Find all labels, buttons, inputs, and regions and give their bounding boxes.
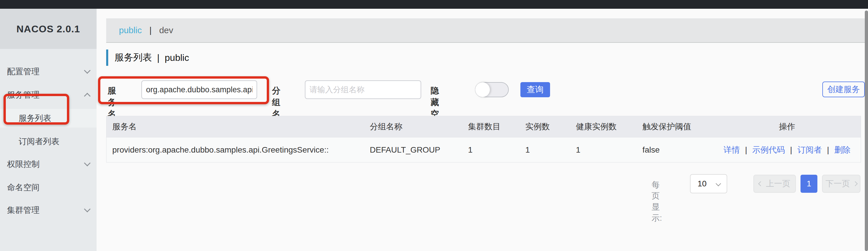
col-header-operations: 操作 [713, 121, 861, 132]
cell-service-name: providers:org.apache.dubbo.samples.api.G… [106, 145, 364, 155]
query-button[interactable]: 查询 [520, 82, 550, 97]
col-header-cluster-count: 集群数目 [462, 121, 520, 132]
group-name-input[interactable] [305, 80, 421, 99]
sidebar-item-label: 配置管理 [0, 66, 39, 77]
chevron-down-icon [84, 206, 91, 213]
top-bar [0, 0, 868, 9]
sidebar: NACOS 2.0.1 配置管理 服务管理 服务列表 订阅者列表 权限控制 [0, 9, 97, 251]
sidebar-item-label: 命名空间 [0, 182, 39, 193]
nacos-console: NACOS 2.0.1 配置管理 服务管理 服务列表 订阅者列表 权限控制 [0, 0, 868, 251]
sidebar-item-label: 服务列表 [0, 113, 51, 124]
sidebar-item-service-list[interactable]: 服务列表 [0, 109, 97, 128]
sidebar-item-subscriber-list[interactable]: 订阅者列表 [0, 132, 97, 151]
col-header-service-name: 服务名 [106, 121, 364, 132]
namespace-bar: public | dev [106, 18, 865, 43]
create-service-button[interactable]: 创建服务 [822, 82, 865, 97]
sidebar-item-label: 权限控制 [0, 159, 39, 170]
cell-cluster-count: 1 [462, 145, 520, 155]
sidebar-item-config-management[interactable]: 配置管理 [0, 62, 97, 81]
prev-page-button[interactable]: 上一页 [753, 175, 796, 193]
sidebar-item-permission-control[interactable]: 权限控制 [0, 155, 97, 173]
chevron-down-icon [84, 160, 91, 167]
next-page-label: 下一页 [826, 178, 850, 189]
col-header-protect-threshold: 触发保护阈值 [637, 121, 714, 132]
chevron-left-icon [758, 182, 763, 186]
cell-protect-threshold: false [637, 145, 714, 155]
table-header-row: 服务名 分组名称 集群数目 实例数 健康实例数 触发保护阈值 操作 [106, 116, 861, 137]
page-title-row: 服务列表 | public [106, 50, 189, 66]
cell-group-name: DEFAULT_GROUP [364, 145, 462, 155]
title-separator: | [157, 52, 159, 63]
col-header-instance-count: 实例数 [520, 121, 570, 132]
page-size-value: 10 [698, 179, 707, 188]
page-size-label: 每页显示: [652, 179, 662, 224]
sidebar-item-cluster-management[interactable]: 集群管理 [0, 201, 97, 220]
namespace-tab-public[interactable]: public [119, 25, 142, 35]
operation-separator: | [827, 145, 829, 154]
sidebar-header: NACOS 2.0.1 [0, 9, 97, 49]
prev-page-label: 上一页 [766, 178, 790, 189]
sidebar-item-label: 集群管理 [0, 205, 39, 216]
sidebar-item-label: 服务管理 [0, 89, 39, 101]
namespace-tab-dev[interactable]: dev [159, 25, 173, 35]
cell-healthy-count: 1 [570, 145, 637, 155]
col-header-group-name: 分组名称 [364, 121, 462, 132]
next-page-button[interactable]: 下一页 [822, 175, 861, 193]
title-namespace: public [165, 52, 189, 63]
operation-separator: | [745, 145, 747, 154]
hide-empty-service-toggle[interactable] [475, 82, 509, 97]
sidebar-item-label: 订阅者列表 [0, 136, 59, 147]
col-header-healthy-count: 健康实例数 [570, 121, 637, 132]
current-page-button[interactable]: 1 [801, 175, 817, 193]
service-name-input[interactable] [142, 80, 257, 99]
cell-instance-count: 1 [520, 145, 570, 155]
detail-link[interactable]: 详情 [723, 145, 740, 154]
title-accent-bar [106, 50, 108, 66]
operation-separator: | [790, 145, 792, 154]
chevron-down-icon [716, 181, 721, 186]
sidebar-item-namespace[interactable]: 命名空间 [0, 178, 97, 197]
vertical-scrollbar[interactable] [865, 10, 868, 251]
page-size-select[interactable]: 10 [690, 174, 727, 193]
namespace-separator: | [149, 25, 152, 35]
sidebar-item-service-management[interactable]: 服务管理 [0, 86, 97, 104]
subscriber-link[interactable]: 订阅者 [797, 145, 822, 154]
delete-link[interactable]: 删除 [834, 145, 850, 154]
service-table: 服务名 分组名称 集群数目 实例数 健康实例数 触发保护阈值 操作 provid… [106, 116, 861, 163]
chevron-down-icon [84, 67, 91, 74]
main-content: public | dev 服务列表 | public 服务名称 分组名称 隐藏空… [97, 9, 868, 251]
sample-code-link[interactable]: 示例代码 [752, 145, 785, 154]
chevron-up-icon [84, 93, 91, 100]
table-row: providers:org.apache.dubbo.samples.api.G… [106, 137, 861, 162]
page-title: 服务列表 [115, 51, 152, 64]
toggle-knob [475, 82, 490, 97]
chevron-right-icon [853, 182, 858, 186]
app-title: NACOS 2.0.1 [17, 23, 80, 35]
cell-operations: 详情 | 示例代码 | 订阅者 | 删除 [713, 144, 861, 156]
